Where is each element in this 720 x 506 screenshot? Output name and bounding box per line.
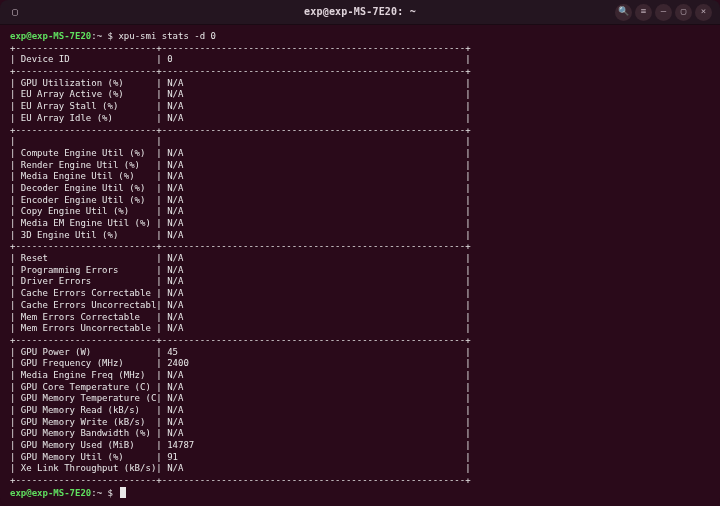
window-titlebar: ▢ exp@exp-MS-7E20: ~ 🔍 ≡ – ▢ × <box>0 0 720 25</box>
output-line: +--------------------------+------------… <box>10 241 710 253</box>
cursor <box>120 487 126 498</box>
prompt-symbol: $ <box>108 31 113 41</box>
output-line: | EU Array Stall (%) | N/A | <box>10 101 710 113</box>
output-line: | EU Array Idle (%) | N/A | <box>10 113 710 125</box>
output-line: | GPU Memory Temperature (C| N/A | <box>10 393 710 405</box>
output-line: | Xe Link Throughput (kB/s)| N/A | <box>10 463 710 475</box>
output-line: | Render Engine Util (%) | N/A | <box>10 160 710 172</box>
titlebar-left: ▢ <box>8 5 148 19</box>
output-line: | Driver Errors | N/A | <box>10 276 710 288</box>
output-line: | GPU Core Temperature (C) | N/A | <box>10 382 710 394</box>
output-line: | 3D Engine Util (%) | N/A | <box>10 230 710 242</box>
prompt-cwd: :~ <box>91 31 102 41</box>
prompt-userhost: exp@exp-MS-7E20 <box>10 488 91 498</box>
output-line: | GPU Memory Used (MiB) | 14787 | <box>10 440 710 452</box>
search-icon[interactable]: 🔍 <box>615 4 632 21</box>
output-line: | GPU Frequency (MHz) | 2400 | <box>10 358 710 370</box>
output-line: | Decoder Engine Util (%) | N/A | <box>10 183 710 195</box>
output-line: | Device ID | 0 | <box>10 54 710 66</box>
output-line: +--------------------------+------------… <box>10 335 710 347</box>
prompt-symbol: $ <box>108 488 113 498</box>
window-title: exp@exp-MS-7E20: ~ <box>148 6 572 18</box>
output-line: | Compute Engine Util (%) | N/A | <box>10 148 710 160</box>
menu-icon[interactable]: ≡ <box>635 4 652 21</box>
output-line: +--------------------------+------------… <box>10 475 710 487</box>
output-line: | Mem Errors Uncorrectable | N/A | <box>10 323 710 335</box>
output-line: | GPU Memory Util (%) | 91 | <box>10 452 710 464</box>
output-line: | Reset | N/A | <box>10 253 710 265</box>
output-line: | GPU Memory Write (kB/s) | N/A | <box>10 417 710 429</box>
prompt-command: xpu-smi stats -d 0 <box>118 31 216 41</box>
output-line: | GPU Memory Read (kB/s) | N/A | <box>10 405 710 417</box>
output-line: | Programming Errors | N/A | <box>10 265 710 277</box>
output-line: | Media EM Engine Util (%) | N/A | <box>10 218 710 230</box>
titlebar-right: 🔍 ≡ – ▢ × <box>572 4 712 21</box>
output-line: | GPU Power (W) | 45 | <box>10 347 710 359</box>
prompt-userhost: exp@exp-MS-7E20 <box>10 31 91 41</box>
output-line: +--------------------------+------------… <box>10 125 710 137</box>
command-line: exp@exp-MS-7E20:~ $ xpu-smi stats -d 0 <box>10 31 710 43</box>
new-tab-icon[interactable]: ▢ <box>8 5 22 19</box>
maximize-button[interactable]: ▢ <box>675 4 692 21</box>
output-line: | GPU Utilization (%) | N/A | <box>10 78 710 90</box>
output-line: | Media Engine Util (%) | N/A | <box>10 171 710 183</box>
output-line: | Copy Engine Util (%) | N/A | <box>10 206 710 218</box>
prompt-cwd: :~ <box>91 488 102 498</box>
output-line: | Encoder Engine Util (%) | N/A | <box>10 195 710 207</box>
output-line: +--------------------------+------------… <box>10 43 710 55</box>
output-line: | Media Engine Freq (MHz) | N/A | <box>10 370 710 382</box>
terminal-area[interactable]: exp@exp-MS-7E20:~ $ xpu-smi stats -d 0+-… <box>0 25 720 506</box>
prompt-idle[interactable]: exp@exp-MS-7E20:~ $ <box>10 487 710 499</box>
output-line: | | | <box>10 136 710 148</box>
output-line: | GPU Memory Bandwidth (%) | N/A | <box>10 428 710 440</box>
output-line: | EU Array Active (%) | N/A | <box>10 89 710 101</box>
output-line: | Mem Errors Correctable | N/A | <box>10 312 710 324</box>
output-line: +--------------------------+------------… <box>10 66 710 78</box>
minimize-button[interactable]: – <box>655 4 672 21</box>
output-line: | Cache Errors Correctable | N/A | <box>10 288 710 300</box>
output-line: | Cache Errors Uncorrectabl| N/A | <box>10 300 710 312</box>
close-button[interactable]: × <box>695 4 712 21</box>
